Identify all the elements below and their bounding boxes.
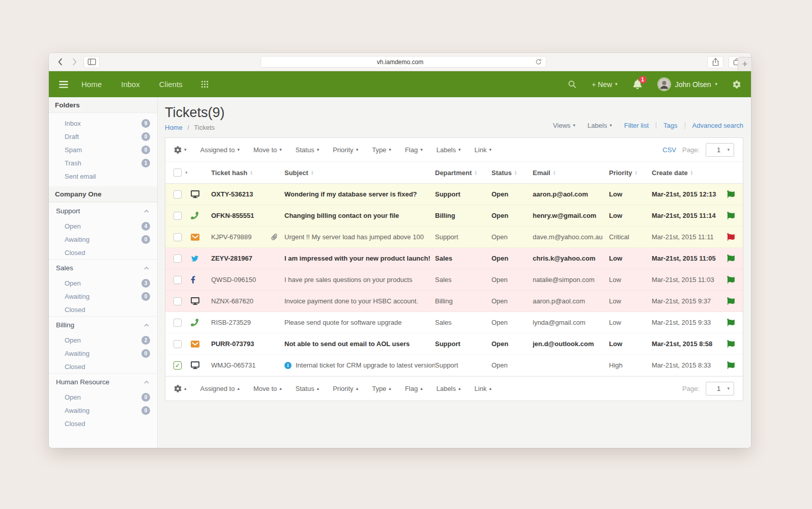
column-header-priority[interactable]: Priority▴▾ xyxy=(609,169,652,177)
csv-export-link[interactable]: CSV xyxy=(662,146,676,154)
column-header-email[interactable]: Email▴▾ xyxy=(533,169,609,177)
apps-grid-icon[interactable] xyxy=(201,80,209,88)
sidebar-item-sales-open[interactable]: Open3 xyxy=(49,276,157,290)
ticket-row[interactable]: KJPV-679889Urgent !! My server load has … xyxy=(165,227,743,248)
page-select[interactable]: 1 ▾ xyxy=(706,143,734,157)
section-toggle-billing[interactable]: Billing xyxy=(49,317,157,333)
row-checkbox[interactable] xyxy=(173,254,182,263)
row-checkbox[interactable] xyxy=(173,297,182,305)
flag-icon[interactable] xyxy=(727,361,735,369)
section-toggle-human-resource[interactable]: Human Resource xyxy=(49,374,157,390)
row-checkbox[interactable] xyxy=(173,233,182,241)
user-menu[interactable]: John Olsen ▾ xyxy=(657,77,717,91)
row-checkbox[interactable] xyxy=(173,319,182,327)
toolbar-dropdown-type[interactable]: Type▾ xyxy=(372,146,391,154)
advanced-search-link[interactable]: Advanced search xyxy=(692,122,743,129)
row-checkbox[interactable] xyxy=(173,190,182,199)
toolbar-dropdown-labels[interactable]: Labels▴ xyxy=(437,385,461,392)
sidebar-folder-trash[interactable]: Trash1 xyxy=(49,156,157,169)
column-header-status[interactable]: Status▴▾ xyxy=(491,169,533,177)
hamburger-menu-icon[interactable] xyxy=(59,81,68,88)
section-toggle-support[interactable]: Support xyxy=(49,203,157,219)
browser-sidebar-toggle-icon[interactable] xyxy=(83,56,100,68)
sidebar-item-human-resource-closed[interactable]: Closed xyxy=(49,417,157,430)
toolbar-dropdown-type[interactable]: Type▴ xyxy=(372,385,391,392)
new-button[interactable]: + New ▾ xyxy=(592,80,618,89)
sidebar-item-support-awaiting[interactable]: Awaiting0 xyxy=(49,233,157,246)
ticket-row[interactable]: OXTY-536213Wondering if my database serv… xyxy=(165,184,743,205)
sidebar-item-billing-closed[interactable]: Closed xyxy=(49,360,157,373)
bulk-actions-gear-dropdown[interactable]: ▴ xyxy=(174,385,187,392)
nav-item-clients[interactable]: Clients xyxy=(159,80,183,89)
column-header-subject[interactable]: Subject▴▾ xyxy=(284,169,435,177)
search-icon[interactable] xyxy=(568,80,576,89)
tags-link[interactable]: Tags xyxy=(663,122,677,129)
toolbar-dropdown-flag[interactable]: Flag▾ xyxy=(405,146,423,154)
sidebar-item-human-resource-open[interactable]: Open0 xyxy=(49,390,157,404)
row-checkbox[interactable] xyxy=(173,276,182,284)
toolbar-dropdown-priority[interactable]: Priority▾ xyxy=(333,146,358,154)
bulk-actions-gear-dropdown[interactable]: ▾ xyxy=(174,146,187,154)
select-all-checkbox[interactable] xyxy=(173,168,182,177)
sidebar-item-sales-awaiting[interactable]: Awaiting0 xyxy=(49,290,157,303)
sidebar-folder-spam[interactable]: Spam0 xyxy=(49,143,157,156)
filter-list-link[interactable]: Filter list xyxy=(624,122,649,129)
flag-icon[interactable] xyxy=(727,340,735,348)
section-toggle-sales[interactable]: Sales xyxy=(49,260,157,276)
labels-dropdown[interactable]: Labels▾ xyxy=(588,122,612,129)
sidebar-item-support-closed[interactable]: Closed xyxy=(49,246,157,259)
toolbar-dropdown-status[interactable]: Status▾ xyxy=(296,146,319,154)
nav-item-home[interactable]: Home xyxy=(81,80,102,89)
flag-icon[interactable] xyxy=(727,276,735,284)
ticket-row[interactable]: ✓WMJG-065731iInternal ticket for CRM upg… xyxy=(165,355,743,376)
toolbar-dropdown-status[interactable]: Status▴ xyxy=(296,385,319,392)
share-icon[interactable] xyxy=(707,56,723,68)
toolbar-dropdown-assigned-to[interactable]: Assigned to▾ xyxy=(200,146,240,154)
sidebar-item-human-resource-awaiting[interactable]: Awaiting0 xyxy=(49,404,157,417)
ticket-row[interactable]: RISB-273529Please send quote for softwar… xyxy=(165,312,743,333)
toolbar-dropdown-link[interactable]: Link▴ xyxy=(475,385,491,392)
toolbar-dropdown-move-to[interactable]: Move to▾ xyxy=(253,146,282,154)
sidebar-folder-draft[interactable]: Draft0 xyxy=(49,130,157,143)
toolbar-dropdown-link[interactable]: Link▾ xyxy=(475,146,491,154)
ticket-row[interactable]: PURR-073793Not able to send out email to… xyxy=(165,333,743,355)
toolbar-dropdown-move-to[interactable]: Move to▴ xyxy=(253,385,282,392)
sidebar-item-sales-closed[interactable]: Closed xyxy=(49,303,157,316)
toolbar-dropdown-assigned-to[interactable]: Assigned to▴ xyxy=(200,385,240,392)
ticket-row[interactable]: OFKN-855551Changing billing contact on y… xyxy=(165,205,743,227)
ticket-row[interactable]: NZNX-687620Invoice payment done to your … xyxy=(165,291,743,312)
url-bar[interactable]: vh.iamdemo.com xyxy=(260,56,546,68)
sidebar-folder-sent-email[interactable]: Sent email xyxy=(49,169,157,183)
new-tab-icon[interactable]: + xyxy=(738,57,752,71)
browser-forward-icon[interactable] xyxy=(69,58,79,66)
flag-icon[interactable] xyxy=(727,297,735,305)
flag-icon[interactable] xyxy=(727,190,735,198)
sidebar-item-support-open[interactable]: Open4 xyxy=(49,219,157,233)
sidebar-folder-inbox[interactable]: Inbox9 xyxy=(49,117,157,130)
breadcrumb-home-link[interactable]: Home xyxy=(165,124,183,131)
browser-back-icon[interactable] xyxy=(55,58,65,66)
toolbar-dropdown-priority[interactable]: Priority▴ xyxy=(333,385,358,392)
row-checkbox[interactable] xyxy=(173,340,182,348)
views-dropdown[interactable]: Views▾ xyxy=(553,122,575,129)
column-header-department[interactable]: Department▴▾ xyxy=(435,169,491,177)
flag-icon[interactable] xyxy=(727,254,735,262)
column-header-create-date[interactable]: Create date▴▾ xyxy=(652,169,727,177)
ticket-row[interactable]: ZEYV-281967I am impressed with your new … xyxy=(165,248,743,269)
row-checkbox[interactable] xyxy=(173,212,182,220)
sidebar-item-billing-awaiting[interactable]: Awaiting0 xyxy=(49,347,157,360)
ticket-row[interactable]: QWSD-096150I have pre sales questions on… xyxy=(165,269,743,291)
url-text[interactable]: vh.iamdemo.com xyxy=(265,59,535,66)
row-checkbox[interactable]: ✓ xyxy=(173,361,182,370)
toolbar-dropdown-flag[interactable]: Flag▴ xyxy=(405,385,423,392)
column-header-ticket-hash[interactable]: Ticket hash▴▾ xyxy=(211,169,284,177)
reload-icon[interactable] xyxy=(535,59,542,65)
toolbar-dropdown-labels[interactable]: Labels▾ xyxy=(437,146,461,154)
settings-gear-icon[interactable] xyxy=(733,80,741,89)
nav-item-inbox[interactable]: Inbox xyxy=(121,80,140,89)
flag-icon[interactable] xyxy=(727,233,735,241)
sidebar-item-billing-open[interactable]: Open2 xyxy=(49,333,157,347)
notifications-bell-icon[interactable]: 1 xyxy=(633,79,642,89)
caret-down-icon[interactable]: ▾ xyxy=(185,170,188,175)
flag-icon[interactable] xyxy=(727,319,735,326)
